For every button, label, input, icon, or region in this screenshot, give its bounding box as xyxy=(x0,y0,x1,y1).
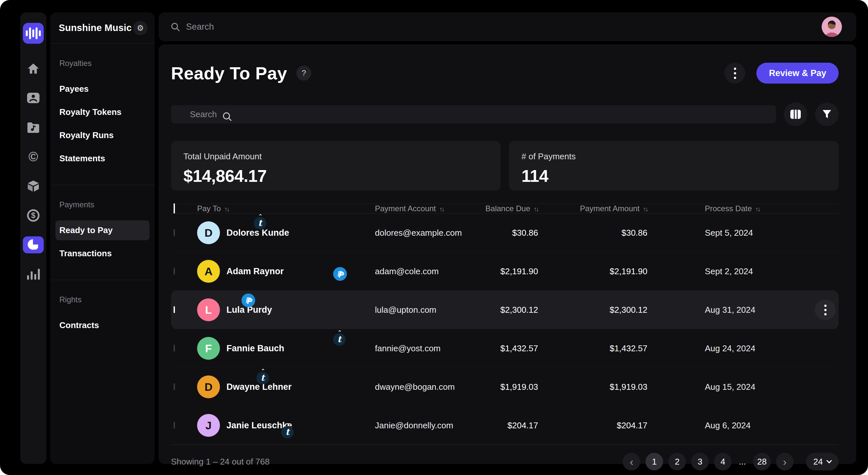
row-checkbox[interactable] xyxy=(174,306,175,313)
sort-icon: ↑↓ xyxy=(439,205,444,212)
sidebar-item-royalty-runs[interactable]: Royalty Runs xyxy=(56,125,150,145)
balance-due: $204.17 xyxy=(474,420,538,431)
sidebar-item-royalty-tokens[interactable]: Royalty Tokens xyxy=(56,102,150,122)
next-page-icon[interactable]: › xyxy=(776,453,794,470)
columns-icon[interactable] xyxy=(784,102,807,126)
avatar: L xyxy=(197,298,220,321)
dollar-icon[interactable]: $ xyxy=(23,207,44,224)
sidebar-item-statements[interactable]: Statements xyxy=(56,149,150,169)
payment-account-email: fannie@yost.com xyxy=(370,344,474,354)
pie-chart-icon[interactable] xyxy=(23,236,44,253)
select-all-checkbox[interactable] xyxy=(174,203,175,213)
chevron-down-icon xyxy=(827,458,832,464)
row-checkbox[interactable] xyxy=(174,229,175,236)
global-search-input[interactable]: Search xyxy=(186,22,214,32)
row-checkbox[interactable] xyxy=(174,268,175,274)
paypal-badge-icon: tP xyxy=(333,267,347,281)
tipalti-badge-icon: tP xyxy=(333,333,346,346)
stat-value: 114 xyxy=(522,166,826,186)
payment-amount: $30.86 xyxy=(538,228,647,238)
sidebar-item-contracts[interactable]: Contracts xyxy=(56,315,150,335)
page-button-28[interactable]: 28 xyxy=(753,453,771,470)
payment-amount: $2,300.12 xyxy=(538,305,647,315)
search-icon xyxy=(222,111,232,122)
user-avatar[interactable] xyxy=(822,17,842,37)
table-row[interactable]: D Dwayne Lehner tP dwayne@bogan.com $1,9… xyxy=(171,367,839,406)
workspace-title: Sunshine Music xyxy=(59,23,132,33)
column-header-payment-amount[interactable]: Payment Amount↑↓ xyxy=(538,204,647,213)
payment-account-email: dwayne@bogan.com xyxy=(370,382,474,392)
payment-account-email: Janie@donnelly.com xyxy=(370,420,474,431)
payee-name: Dolores Kunde xyxy=(226,228,289,238)
bar-chart-icon[interactable] xyxy=(23,266,44,283)
sidebar-item-transactions[interactable]: Transactions xyxy=(56,243,150,263)
stat-value: $14,864.17 xyxy=(183,166,488,186)
payment-amount: $1,432.57 xyxy=(538,344,647,354)
stat-card-num-payments: # of Payments 114 xyxy=(509,141,839,191)
column-header-balance-due[interactable]: Balance Due↑↓ xyxy=(474,204,538,213)
avatar: D xyxy=(197,221,220,244)
table-row[interactable]: J Janie Leuschke tP Janie@donnelly.com $… xyxy=(171,406,839,445)
row-checkbox[interactable] xyxy=(174,345,175,352)
app-logo-waveform-icon[interactable] xyxy=(23,23,44,44)
avatar: A xyxy=(197,260,220,283)
page-size-select[interactable]: 24 xyxy=(806,453,839,470)
copyright-icon[interactable]: © xyxy=(23,148,44,165)
table-footer: Showing 1 – 24 out of 768 ‹ 1 2 3 4 ... … xyxy=(171,445,839,475)
sidebar-item-ready-to-pay[interactable]: Ready to Pay xyxy=(56,220,150,240)
column-header-process-date[interactable]: Process Date↑↓ xyxy=(647,204,811,213)
music-folder-icon[interactable] xyxy=(23,119,44,136)
package-icon[interactable] xyxy=(23,178,44,195)
prev-page-icon[interactable]: ‹ xyxy=(623,453,640,470)
tipalti-badge-icon: tP xyxy=(256,372,269,384)
filter-funnel-icon[interactable] xyxy=(815,102,839,126)
sidebar-item-payees[interactable]: Payees xyxy=(56,79,150,99)
table-header-row: Pay To↑↓ Payment Account↑↓ Balance Due↑↓… xyxy=(171,204,839,213)
sidebar-section-payments: Payments Ready to Pay Transactions xyxy=(50,185,155,280)
pagination: ‹ 1 2 3 4 ... 28 › 24 xyxy=(623,453,839,470)
page-size-value: 24 xyxy=(813,457,823,467)
stat-card-total-unpaid: Total Unpaid Amount $14,864.17 xyxy=(171,141,501,191)
payment-account-email: dolores@example.com xyxy=(370,228,474,238)
tipalti-badge-icon: tP xyxy=(281,426,294,439)
payee-name: Dwayne Lehner xyxy=(226,382,292,392)
column-header-payment-account[interactable]: Payment Account↑↓ xyxy=(370,204,474,213)
table-search-input[interactable]: Search xyxy=(171,105,776,123)
review-and-pay-button[interactable]: Review & Pay xyxy=(756,63,839,84)
help-badge[interactable]: ? xyxy=(296,66,311,81)
avatar: J xyxy=(197,414,220,437)
ready-to-pay-page: Ready To Pay ? Review & Pay Search xyxy=(159,44,856,464)
gear-icon[interactable]: ⚙ xyxy=(133,21,148,35)
table-row[interactable]: A Adam Raynor tP adam@cole.com $2,191.90… xyxy=(171,252,839,291)
page-kebab-menu-icon[interactable] xyxy=(724,63,745,84)
payments-table: Pay To↑↓ Payment Account↑↓ Balance Due↑↓… xyxy=(171,204,839,458)
payment-account-email: lula@upton.com xyxy=(370,305,474,315)
page-button-3[interactable]: 3 xyxy=(691,453,709,470)
column-header-pay-to[interactable]: Pay To↑↓ xyxy=(197,204,370,213)
sort-icon: ↑↓ xyxy=(533,205,538,212)
row-checkbox[interactable] xyxy=(174,383,175,390)
table-row-selected[interactable]: L Lula Purdy tP lula@upton.com $2,300.12… xyxy=(171,291,839,329)
table-row[interactable]: D Dolores Kunde tP dolores@example.com $… xyxy=(171,213,839,252)
sort-icon: ↑↓ xyxy=(755,205,760,212)
showing-count: Showing 1 – 24 out of 768 xyxy=(171,457,270,467)
payment-amount: $2,191.90 xyxy=(538,266,647,276)
sidebar-section-rights: Rights Contracts xyxy=(50,280,155,352)
page-button-2[interactable]: 2 xyxy=(668,453,686,470)
row-kebab-menu-icon[interactable] xyxy=(815,299,836,320)
balance-due: $2,300.12 xyxy=(474,305,538,315)
page-button-1[interactable]: 1 xyxy=(646,453,663,470)
payees-card-icon[interactable] xyxy=(23,89,44,107)
sort-icon: ↑↓ xyxy=(643,205,647,212)
row-checkbox[interactable] xyxy=(174,422,175,428)
balance-due: $1,432.57 xyxy=(474,344,538,354)
sidebar-section-royalties: Royalties Payees Royalty Tokens Royalty … xyxy=(50,44,155,185)
page-button-4[interactable]: 4 xyxy=(714,453,732,470)
balance-due: $1,919.03 xyxy=(474,382,538,392)
section-label: Rights xyxy=(56,295,150,304)
table-row[interactable]: F Fannie Bauch tP fannie@yost.com $1,432… xyxy=(171,329,839,367)
home-icon[interactable] xyxy=(23,60,44,77)
stat-label: # of Payments xyxy=(522,151,826,161)
payment-amount: $1,919.03 xyxy=(538,382,647,392)
stat-label: Total Unpaid Amount xyxy=(183,151,488,161)
